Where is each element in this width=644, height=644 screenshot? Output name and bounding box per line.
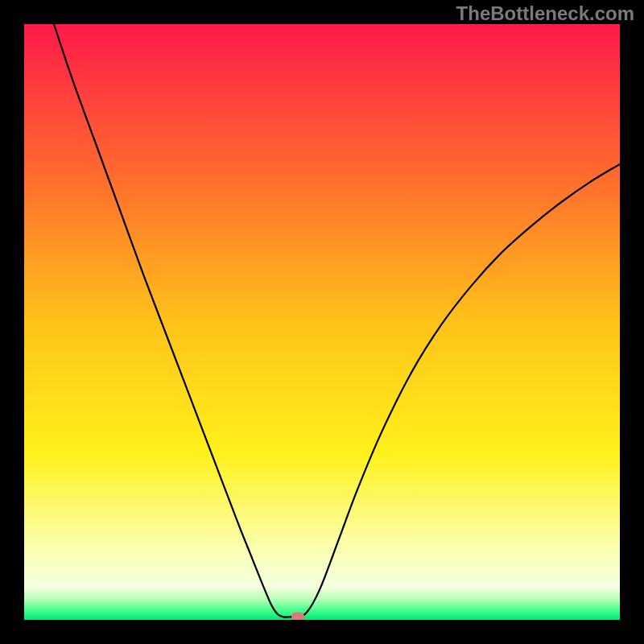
bottleneck-curve [54, 24, 620, 617]
optimal-point-marker [291, 613, 304, 620]
chart-container: TheBottleneck.com [0, 0, 644, 644]
plot-area [24, 24, 620, 620]
watermark-text: TheBottleneck.com [456, 2, 634, 25]
curve-layer [24, 24, 620, 620]
